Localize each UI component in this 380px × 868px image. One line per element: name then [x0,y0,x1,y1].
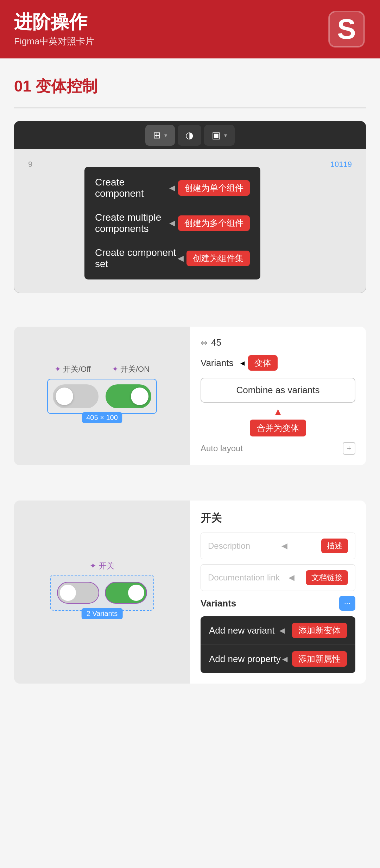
svg-text:S: S [337,13,356,45]
add-variant-en: Add new variant [209,625,274,636]
square-toolbar-btn[interactable]: ▣ ▾ [204,125,235,146]
figma-canvas: 9 10119 Create component ◀ 创建为单个组件 Creat… [14,149,366,293]
doc-arrow: ◀ [289,573,294,582]
panel-num-row: ⇔ 45 [201,337,355,348]
add-variant-cn: 添加新变体 [292,623,347,638]
doc-link-field[interactable]: Documentation link ◀ 文档链接 [201,564,355,591]
toggle-set-knob-off [60,585,76,601]
component-headers: ✦ 开关/Off ✦ 开关/ON [55,364,150,375]
component-set-title: 开关 [201,511,355,526]
square-icon: ▣ [212,130,221,141]
figma-screenshot-card: ⊞ ▾ ◑ ▣ ▾ 9 10119 Create component ◀ 创建为… [14,121,366,293]
auto-layout-label: Auto layout [201,444,243,453]
dropdown-arrow-1: ◀ [169,183,175,193]
variants-section-label: Variants [201,598,236,609]
dropdown-arrow-3: ◀ [178,254,184,263]
add-property-arrow: ◀ [282,655,287,663]
panel-resize-icon: ⇔ [201,338,208,348]
component-set-frame: 2 Variants [50,575,154,611]
halfcircle-toolbar-btn[interactable]: ◑ [178,125,201,146]
component-set-card: ✦ 开关 2 Variants 开关 Description ◀ 描述 [14,501,366,684]
square-caret: ▾ [224,132,227,139]
toggle-small-on [106,384,151,408]
create-component-label: Create component [95,177,169,199]
comp-header-on: ✦ 开关/ON [112,364,150,375]
add-property-en: Add new property [209,654,281,665]
toggle-set-knob-on [128,585,144,601]
create-set-item[interactable]: Create component set ◀ 创建为组件集 [84,241,260,276]
description-field[interactable]: Description ◀ 描述 [201,533,355,559]
add-variant-arrow: ◀ [279,626,285,635]
create-set-cn: 创建为组件集 [186,251,250,266]
component-toolbar-btn[interactable]: ⊞ ▾ [145,125,175,146]
ruler-right: 10119 [330,160,352,169]
comp-set-header: ✦ 开关 [90,561,114,571]
section-header: 01 变体控制 [0,58,380,107]
toggle-row: 405 × 100 [47,379,157,414]
header-logo: S [327,10,366,49]
combine-cn-area: 合并为变体 [201,420,355,436]
page-subtitle: Figma中英对照卡片 [14,35,94,48]
toggle-set-on [105,582,147,604]
variants-card: ✦ 开关/Off ✦ 开关/ON 405 × 100 ⇔ 45 [14,327,366,465]
create-set-label: Create component set [95,247,178,270]
variants-label: Variants [201,358,233,369]
toggle-set-off [57,582,99,604]
comp-set-diamond: ✦ [90,561,96,571]
header: 进阶操作 Figma中英对照卡片 S [0,0,380,58]
header-left: 进阶操作 Figma中英对照卡片 [14,11,94,47]
add-variant-item[interactable]: Add new variant ◀ 添加新变体 [201,616,355,644]
add-property-item[interactable]: Add new property ◀ 添加新属性 [201,644,355,673]
toggle-in-set [57,582,147,604]
component-icon: ⊞ [153,130,161,141]
panel-variants-row: Variants ◀ 变体 [201,355,355,371]
component-caret: ▾ [164,132,167,139]
add-property-cn: 添加新属性 [292,651,347,667]
toggle-knob-sm-on [131,388,148,405]
gap-2 [0,479,380,501]
doc-link-placeholder: Documentation link [208,573,280,583]
figma-toolbar: ⊞ ▾ ◑ ▣ ▾ [14,121,366,149]
size-badge-sm: 405 × 100 [82,412,122,423]
comp-header-off: ✦ 开关/Off [55,364,91,375]
variants-add-dropdown: Add new variant ◀ 添加新变体 Add new property… [201,616,355,673]
description-placeholder: Description [208,541,250,551]
combine-arrow: ▲ [201,406,355,417]
gap-1 [0,306,380,327]
ruler-left: 9 [28,160,32,169]
toggle-small-off [53,384,99,408]
page-title: 进阶操作 [14,11,94,33]
combine-variants-btn[interactable]: Combine as variants [201,378,355,403]
create-multiple-item[interactable]: Create multiple components ◀ 创建为多个组件 [84,206,260,241]
variants-more-btn[interactable]: ··· [339,596,355,611]
dropdown-arrow-2: ◀ [169,219,175,228]
section-divider [14,107,366,108]
doc-link-cn: 文档链接 [306,570,348,585]
combine-cn-badge: 合并为变体 [250,420,306,436]
halfcircle-icon: ◑ [185,130,194,141]
variants-canvas: ✦ 开关/Off ✦ 开关/ON 405 × 100 [14,327,190,465]
desc-arrow: ◀ [281,541,287,551]
comp-diamond-on: ✦ [112,365,118,374]
auto-layout-row: Auto layout + [201,442,355,455]
component-set-canvas: ✦ 开关 2 Variants [14,501,190,684]
section-title: 01 变体控制 [14,76,366,97]
component-dropdown-menu: Create component ◀ 创建为单个组件 Create multip… [84,167,260,279]
panel-arrow: ◀ [240,360,245,366]
variants-count-badge: 2 Variants [82,608,123,619]
variants-cn-badge: 变体 [248,355,278,371]
toggle-knob-sm-off [56,388,73,405]
create-multiple-cn: 创建为多个组件 [178,215,250,231]
create-multiple-label: Create multiple components [95,212,169,234]
variants-section-header: Variants ··· [201,596,355,611]
comp-diamond-off: ✦ [55,365,61,374]
component-set-panel: 开关 Description ◀ 描述 Documentation link ◀… [190,501,366,684]
create-component-cn: 创建为单个组件 [178,180,250,196]
variants-panel: ⇔ 45 Variants ◀ 变体 Combine as variants ▲… [190,327,366,465]
auto-layout-add-btn[interactable]: + [343,442,355,455]
panel-num: 45 [211,337,221,348]
create-component-item[interactable]: Create component ◀ 创建为单个组件 [84,170,260,206]
comp-set-label: 开关 [99,561,114,571]
description-cn: 描述 [321,539,348,553]
